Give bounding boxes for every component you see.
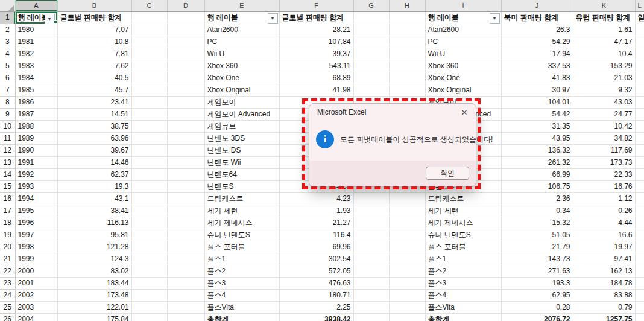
cell-J17[interactable]: 0.34 [501,205,573,217]
cell-L8[interactable] [635,96,644,108]
cell-L16[interactable] [635,192,644,205]
cell-I26[interactable]: 총합계 [425,313,501,321]
cell-D19[interactable] [167,229,204,241]
cell-K20[interactable]: 19.97 [573,241,635,253]
cell-A18[interactable]: 1996 [15,217,57,229]
cell-I24[interactable]: 플스4 [425,289,501,301]
cell-I5[interactable]: Xbox 360 [425,60,501,72]
cell-G6[interactable] [353,72,389,84]
cell-A9[interactable]: 1987 [15,108,57,120]
row-header-2[interactable]: 2 [0,24,15,36]
cell-D17[interactable] [167,205,204,217]
cell-G24[interactable] [353,289,389,301]
cell-L17[interactable] [635,205,644,217]
cell-A22[interactable]: 2000 [15,265,57,277]
cell-F2[interactable]: 28.21 [279,24,353,36]
cell-l1-jp-header[interactable]: 일본 판매량 합계 [635,11,644,24]
cell-D15[interactable] [167,180,204,192]
cell-H7[interactable] [389,84,425,96]
cell-G18[interactable] [353,217,389,229]
cell-K2[interactable]: 1.61 [573,24,635,36]
cell-E12[interactable]: 닌텐도 DS [204,144,279,156]
cell-K15[interactable]: 16.76 [573,180,635,192]
row-header-9[interactable]: 9 [0,108,15,120]
cell-A17[interactable]: 1995 [15,205,57,217]
cell-C9[interactable] [131,108,167,120]
cell-G2[interactable] [353,24,389,36]
row-header-12[interactable]: 12 [0,144,15,156]
dialog-close-button[interactable]: ✕ [459,107,470,118]
cell-I17[interactable]: 세가 세턴 [425,205,501,217]
cell-J24[interactable]: 62.95 [501,289,573,301]
cell-B10[interactable]: 38.75 [57,120,131,132]
cell-e1-row-label-header[interactable]: 행 레이블 ▼ [204,11,279,24]
cell-D6[interactable] [167,72,204,84]
cell-I22[interactable]: 플스2 [425,265,501,277]
cell-c1[interactable] [131,11,167,24]
row-header-22[interactable]: 22 [0,265,15,277]
cell-J22[interactable]: 271.63 [501,265,573,277]
cell-D21[interactable] [167,253,204,265]
cell-B11[interactable]: 63.96 [57,132,131,144]
cell-J20[interactable]: 21.79 [501,241,573,253]
cell-G25[interactable] [353,301,389,313]
cell-D7[interactable] [167,84,204,96]
cell-B2[interactable]: 7.07 [57,24,131,36]
cell-H18[interactable] [389,217,425,229]
cell-G19[interactable] [353,229,389,241]
cell-D3[interactable] [167,36,204,48]
cell-L25[interactable] [635,301,644,313]
cell-L2[interactable] [635,24,644,36]
row-header-17[interactable]: 17 [0,205,15,217]
row-header-5[interactable]: 5 [0,60,15,72]
cell-D22[interactable] [167,265,204,277]
cell-C24[interactable] [131,289,167,301]
cell-B16[interactable]: 43.1 [57,192,131,205]
cell-D25[interactable] [167,301,204,313]
cell-J2[interactable]: 26.3 [501,24,573,36]
cell-A25[interactable]: 2003 [15,301,57,313]
cell-L14[interactable] [635,168,644,180]
cell-E5[interactable]: Xbox 360 [204,60,279,72]
cell-I18[interactable]: 세가 제네시스 [425,217,501,229]
cell-L22[interactable] [635,265,644,277]
cell-L5[interactable] [635,60,644,72]
cell-L3[interactable] [635,36,644,48]
cell-A6[interactable]: 1984 [15,72,57,84]
autofilter-button-a1[interactable]: ▼ [45,14,55,24]
cell-K26[interactable]: 1257.75 [573,313,635,321]
cell-J3[interactable]: 54.29 [501,36,573,48]
ok-button[interactable]: 확인 [426,167,469,180]
cell-D5[interactable] [167,60,204,72]
cell-B23[interactable]: 183.44 [57,277,131,289]
cell-K23[interactable]: 184.78 [573,277,635,289]
cell-L24[interactable] [635,289,644,301]
cell-B18[interactable]: 116.13 [57,217,131,229]
cell-D11[interactable] [167,132,204,144]
row-header-14[interactable]: 14 [0,168,15,180]
column-header-C[interactable]: C [131,0,167,11]
cell-I4[interactable]: Wii U [425,48,501,60]
cell-E16[interactable]: 드림캐스트 [204,192,279,205]
cell-A8[interactable]: 1986 [15,96,57,108]
cell-L4[interactable] [635,48,644,60]
row-header-11[interactable]: 11 [0,132,15,144]
cell-L9[interactable] [635,108,644,120]
cell-L18[interactable] [635,217,644,229]
row-header-13[interactable]: 13 [0,156,15,168]
row-header-15[interactable]: 15 [0,180,15,192]
cell-d1[interactable] [167,11,204,24]
cell-H20[interactable] [389,241,425,253]
cell-i1-row-label-header[interactable]: 행 레이블 ▼ [425,11,501,24]
cell-C22[interactable] [131,265,167,277]
cell-H17[interactable] [389,205,425,217]
cell-A5[interactable]: 1983 [15,60,57,72]
cell-F7[interactable]: 41.98 [279,84,353,96]
cell-I7[interactable]: Xbox Original [425,84,501,96]
cell-L7[interactable] [635,84,644,96]
cell-J10[interactable]: 31.35 [501,120,573,132]
cell-B15[interactable]: 19.3 [57,180,131,192]
cell-D10[interactable] [167,120,204,132]
cell-E15[interactable]: 닌텐도S [204,180,279,192]
row-header-21[interactable]: 21 [0,253,15,265]
